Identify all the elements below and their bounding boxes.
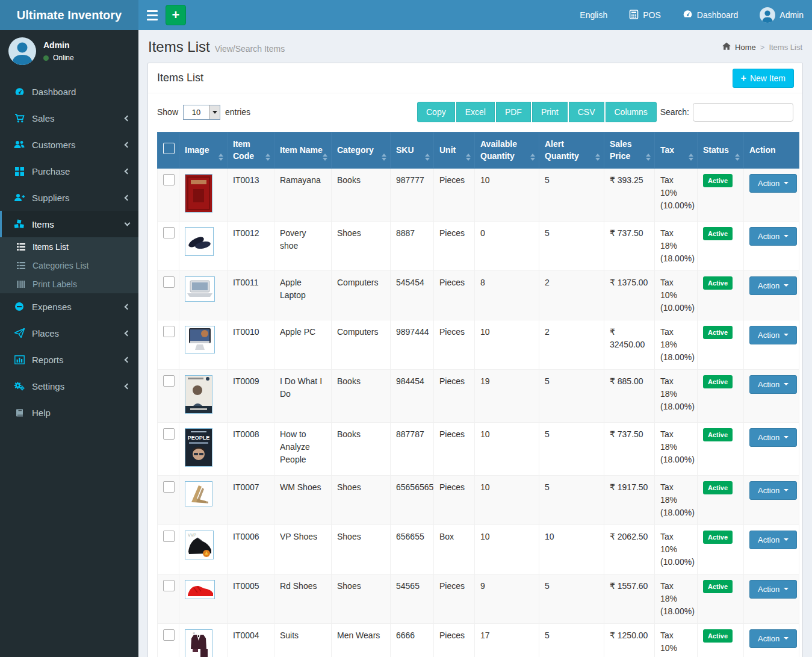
row-checkbox[interactable]: [163, 428, 175, 440]
pos-menu[interactable]: POS: [621, 0, 669, 30]
column-header-item-code[interactable]: Item Code: [228, 132, 274, 169]
sidebar-item-suppliers[interactable]: Suppliers: [0, 184, 138, 211]
column-header-sku[interactable]: SKU: [391, 132, 434, 169]
sort-icon: [466, 154, 471, 161]
print-button[interactable]: Print: [532, 102, 568, 122]
sidebar-item-sales[interactable]: Sales: [0, 105, 138, 131]
cubes-icon: [12, 219, 26, 229]
sidebar-item-purchase[interactable]: Purchase: [0, 158, 138, 184]
alert-quantity-cell: 5: [539, 369, 604, 422]
sidebar-item-reports[interactable]: Reports: [0, 346, 138, 373]
action-button[interactable]: Action: [749, 375, 797, 394]
action-button[interactable]: Action: [749, 629, 797, 648]
row-checkbox[interactable]: [163, 276, 175, 288]
action-button[interactable]: Action: [749, 276, 797, 295]
column-header-status[interactable]: Status: [698, 132, 744, 169]
dashboard-menu[interactable]: Dashboard: [674, 0, 747, 30]
action-button[interactable]: Action: [749, 531, 797, 549]
row-checkbox[interactable]: [163, 629, 175, 641]
sidebar-toggle-button[interactable]: [138, 0, 166, 30]
action-button[interactable]: Action: [749, 481, 797, 500]
gears-icon: [12, 381, 26, 391]
copy-button[interactable]: Copy: [417, 102, 455, 122]
action-button[interactable]: Action: [749, 326, 797, 344]
item-image-red-sneaker[interactable]: [185, 580, 215, 599]
column-header-item-name[interactable]: Item Name: [274, 132, 332, 169]
select-all-checkbox[interactable]: [163, 143, 175, 154]
table-row: IT0013 Ramayana Books 987777 Pieces 10 5…: [158, 168, 799, 221]
category-cell: Computers: [332, 270, 391, 320]
columns-button[interactable]: Columns: [606, 102, 657, 122]
sidebar-item-help[interactable]: Help: [0, 399, 138, 426]
tax-cell: Tax 18%(18.00%): [655, 369, 698, 422]
row-checkbox[interactable]: [163, 481, 175, 493]
action-button[interactable]: Action: [749, 428, 797, 447]
item-image-apple-imac[interactable]: [185, 326, 215, 353]
column-header-sales-price[interactable]: Sales Price: [604, 132, 655, 169]
pdf-button[interactable]: PDF: [496, 102, 531, 122]
column-header-available-quantity[interactable]: Available Quantity: [475, 132, 539, 169]
sidebar-user-status[interactable]: Online: [43, 54, 74, 62]
quick-add-button[interactable]: +: [166, 5, 186, 25]
row-checkbox[interactable]: [163, 174, 175, 185]
excel-button[interactable]: Excel: [456, 102, 495, 122]
sidebar-subitem-print-labels[interactable]: Print Labels: [0, 275, 138, 293]
sort-icon: [689, 154, 693, 161]
sidebar-item-settings[interactable]: Settings: [0, 373, 138, 399]
search-input[interactable]: [693, 103, 793, 122]
sidebar: Admin Online Dashboard Sales Customers P…: [0, 30, 138, 657]
column-header-alert-quantity[interactable]: Alert Quantity: [539, 132, 604, 169]
action-button[interactable]: Action: [749, 227, 797, 246]
sidebar-subitem-items-list[interactable]: Items List: [0, 237, 138, 256]
item-name-cell: VP Shoes: [274, 525, 332, 574]
breadcrumb-home[interactable]: Home: [735, 43, 756, 52]
item-image-i-do-what-i-do-book-cover[interactable]: [185, 375, 212, 414]
alert-quantity-cell: 2: [539, 270, 604, 320]
row-checkbox[interactable]: [163, 227, 175, 238]
paper-plane-icon: [12, 328, 26, 338]
language-menu[interactable]: English: [571, 0, 616, 30]
item-code-cell: IT0008: [228, 422, 274, 475]
csv-button[interactable]: CSV: [569, 102, 604, 122]
row-checkbox[interactable]: [163, 375, 175, 387]
sidebar-item-dashboard[interactable]: Dashboard: [0, 78, 138, 105]
breadcrumb-current: Items List: [769, 43, 802, 52]
category-cell: Shoes: [332, 574, 391, 623]
row-checkbox[interactable]: [163, 326, 175, 337]
user-avatar-icon: [760, 7, 775, 23]
item-image-heeled-shoes[interactable]: [185, 481, 212, 506]
sidebar-item-items[interactable]: Items: [0, 211, 138, 237]
action-button[interactable]: Action: [749, 174, 797, 193]
item-code-cell: IT0006: [228, 525, 274, 574]
column-header-image[interactable]: Image: [179, 132, 228, 169]
row-checkbox[interactable]: [163, 580, 175, 591]
column-header-category[interactable]: Category: [332, 132, 391, 169]
item-image-red-book-cover[interactable]: [185, 174, 212, 213]
available-quantity-cell: 10: [475, 475, 539, 525]
action-button[interactable]: Action: [749, 580, 797, 599]
item-image-black-sneaker[interactable]: VVP: [185, 531, 214, 559]
page-subtitle: View/Search Items: [215, 44, 285, 54]
table-row: ≋ IT0004 Suits Men Wears 6666 Pieces 17 …: [158, 623, 799, 657]
item-image-maroon-suit[interactable]: ≋: [185, 629, 212, 657]
chevron-left-icon: [125, 383, 131, 389]
sku-cell: 656655: [391, 525, 434, 574]
row-checkbox[interactable]: [163, 531, 175, 542]
column-header-unit[interactable]: Unit: [434, 132, 475, 169]
sidebar-subitem-categories-list[interactable]: Categories List: [0, 256, 138, 275]
sidebar-item-expenses[interactable]: Expenses: [0, 293, 138, 320]
user-plus-icon: [12, 193, 26, 202]
item-image-how-to-analyze-people-book-cover[interactable]: PEOPLE: [185, 428, 212, 467]
page-length-select[interactable]: 10: [183, 105, 220, 120]
sidebar-item-customers[interactable]: Customers: [0, 131, 138, 158]
column-header-tax[interactable]: Tax: [655, 132, 698, 169]
sidebar-item-places[interactable]: Places: [0, 320, 138, 346]
unit-cell: Pieces: [434, 270, 475, 320]
status-badge: Active: [703, 580, 733, 594]
item-image-apple-laptop[interactable]: [185, 276, 215, 302]
user-menu[interactable]: Admin: [751, 0, 812, 30]
item-code-cell: IT0009: [228, 369, 274, 422]
new-item-button[interactable]: + New Item: [733, 69, 794, 88]
app-logo[interactable]: Ultimate Inventory: [0, 0, 138, 30]
item-image-formal-shoes[interactable]: [185, 227, 214, 256]
